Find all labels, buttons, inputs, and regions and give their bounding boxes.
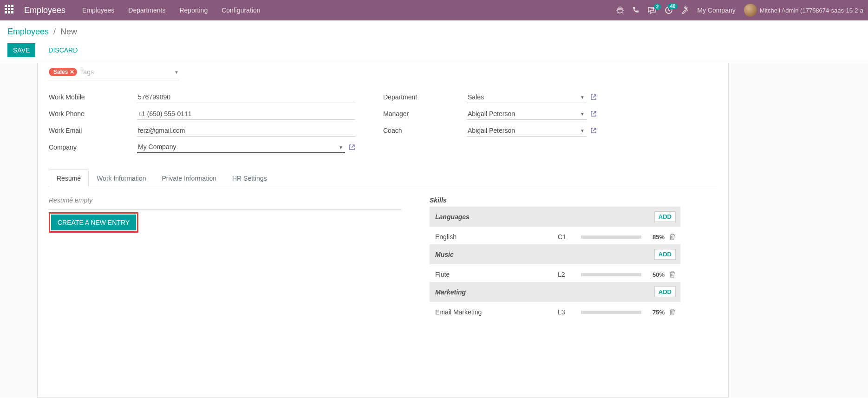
- phone-icon[interactable]: [632, 7, 640, 14]
- skill-percent: 50%: [646, 271, 665, 278]
- create-new-entry-button[interactable]: CREATE A NEW ENTRY: [51, 215, 136, 230]
- nav-employees[interactable]: Employees: [82, 7, 114, 14]
- work-mobile-label: Work Mobile: [49, 93, 137, 101]
- company-label: Company: [49, 144, 137, 151]
- tag-label: Sales: [53, 69, 68, 75]
- right-column: Department ▼ Manager ▼: [383, 89, 597, 156]
- skill-name: Email Marketing: [435, 308, 553, 316]
- save-button[interactable]: Save: [7, 43, 35, 57]
- external-link-icon[interactable]: [590, 111, 597, 117]
- breadcrumb-root[interactable]: Employees: [7, 27, 49, 36]
- control-panel: Employees / New Save Discard: [0, 20, 868, 63]
- resume-empty-label: Resumé empty: [49, 196, 402, 204]
- form-sheet: Sales ✕ Tags ▼ Work Mobile Work Phone Wo…: [37, 63, 729, 398]
- tools-icon[interactable]: [681, 7, 689, 14]
- add-skill-button[interactable]: ADD: [654, 249, 676, 260]
- work-mobile-input[interactable]: [137, 91, 355, 103]
- manager-input[interactable]: [467, 108, 587, 120]
- work-email-input[interactable]: [137, 125, 355, 137]
- skill-level: C1: [558, 233, 576, 241]
- discard-button[interactable]: Discard: [43, 43, 83, 57]
- bug-icon[interactable]: [616, 7, 624, 14]
- nav-reporting[interactable]: Reporting: [179, 7, 208, 14]
- tags-placeholder: Tags: [80, 68, 94, 76]
- skill-level: L2: [558, 271, 576, 278]
- tab-resume[interactable]: Resumé: [49, 170, 89, 187]
- tabs: Resumé Work Information Private Informat…: [49, 170, 717, 187]
- work-phone-label: Work Phone: [49, 110, 137, 117]
- user-menu[interactable]: Mitchell Admin (17758674-saas-15-2-a: [744, 4, 863, 17]
- highlight-box: CREATE A NEW ENTRY: [49, 212, 138, 233]
- divider: [49, 209, 402, 210]
- tab-content: Resumé empty CREATE A NEW ENTRY Skills L…: [49, 187, 717, 320]
- breadcrumb: Employees / New: [7, 27, 861, 37]
- tag-remove-icon[interactable]: ✕: [70, 69, 74, 75]
- skill-percent: 75%: [646, 309, 665, 316]
- tags-field[interactable]: Sales ✕ Tags ▼: [49, 63, 179, 80]
- skill-type-header: MusicADD: [430, 244, 680, 264]
- add-skill-button[interactable]: ADD: [654, 211, 676, 222]
- top-nav: Employees Departments Reporting Configur…: [82, 7, 260, 14]
- department-label: Department: [383, 93, 467, 101]
- skill-name: English: [435, 233, 553, 241]
- coach-input[interactable]: [467, 125, 587, 137]
- avatar: [744, 4, 757, 17]
- external-link-icon[interactable]: [590, 127, 597, 134]
- topbar: Employees Employees Departments Reportin…: [0, 0, 868, 20]
- work-phone-input[interactable]: [137, 108, 355, 120]
- department-input[interactable]: [467, 91, 587, 103]
- skill-percent: 85%: [646, 234, 665, 241]
- left-column: Work Mobile Work Phone Work Email Compan…: [49, 89, 355, 156]
- skill-level: L3: [558, 308, 576, 316]
- nav-departments[interactable]: Departments: [128, 7, 165, 14]
- skill-type-name: Marketing: [435, 288, 466, 296]
- coach-label: Coach: [383, 127, 467, 134]
- main-area: Sales ✕ Tags ▼ Work Mobile Work Phone Wo…: [0, 63, 868, 398]
- manager-label: Manager: [383, 110, 467, 117]
- skill-type-name: Music: [435, 251, 454, 258]
- skill-progress: [581, 273, 641, 276]
- activities-badge: 40: [668, 3, 678, 9]
- messages-badge: 2: [654, 4, 661, 10]
- messages-icon[interactable]: 2: [648, 7, 656, 14]
- skill-row: EnglishC185%: [430, 229, 680, 244]
- trash-icon[interactable]: [669, 309, 676, 315]
- skill-row: Email MarketingL375%: [430, 305, 680, 320]
- activities-icon[interactable]: 40: [665, 6, 673, 14]
- skills-section: Skills LanguagesADDEnglishC185%MusicADDF…: [430, 196, 680, 320]
- skill-progress: [581, 235, 641, 239]
- tab-hr-settings[interactable]: HR Settings: [224, 170, 275, 187]
- skill-type-name: Languages: [435, 213, 470, 221]
- resume-section: Resumé empty CREATE A NEW ENTRY: [49, 196, 402, 320]
- breadcrumb-current: New: [60, 27, 77, 36]
- apps-icon[interactable]: [5, 5, 16, 16]
- app-brand: Employees: [24, 6, 65, 15]
- company-switcher[interactable]: My Company: [697, 7, 735, 14]
- topbar-right: 2 40 My Company Mitchell Admin (17758674…: [616, 4, 863, 17]
- external-link-icon[interactable]: [349, 144, 355, 150]
- trash-icon[interactable]: [669, 234, 676, 240]
- nav-configuration[interactable]: Configuration: [222, 7, 260, 14]
- chevron-down-icon: ▼: [174, 70, 179, 75]
- external-link-icon[interactable]: [590, 94, 597, 100]
- user-label: Mitchell Admin (17758674-saas-15-2-a: [760, 7, 863, 14]
- tag-chip-sales[interactable]: Sales ✕: [49, 68, 77, 76]
- skill-type-header: LanguagesADD: [430, 207, 680, 227]
- tab-work-information[interactable]: Work Information: [89, 170, 154, 187]
- add-skill-button[interactable]: ADD: [654, 287, 676, 297]
- skills-heading: Skills: [430, 196, 680, 204]
- skill-progress: [581, 311, 641, 314]
- work-email-label: Work Email: [49, 127, 137, 134]
- tab-private-information[interactable]: Private Information: [154, 170, 224, 187]
- skill-row: FluteL250%: [430, 267, 680, 282]
- skill-name: Flute: [435, 271, 553, 278]
- trash-icon[interactable]: [669, 271, 676, 278]
- skill-type-header: MarketingADD: [430, 282, 680, 302]
- company-input[interactable]: [137, 141, 345, 153]
